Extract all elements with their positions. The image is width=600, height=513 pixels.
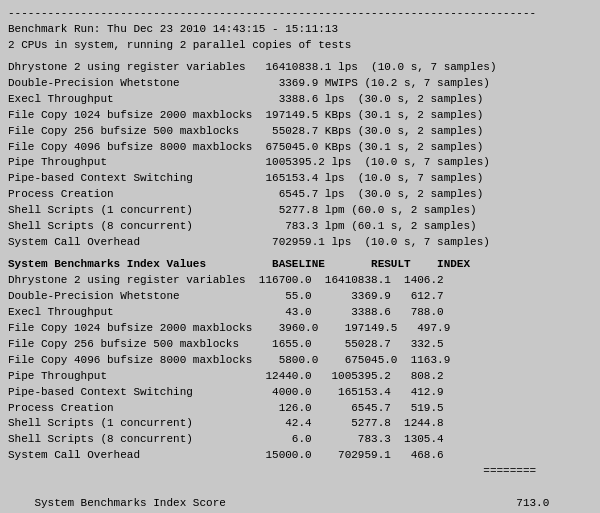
index-result-row: Execl Throughput 43.0 3388.6 788.0 [8, 305, 592, 321]
index-header: System Benchmarks Index Values BASELINE … [8, 257, 592, 273]
test-result-row: Shell Scripts (1 concurrent) 5277.8 lpm … [8, 203, 592, 219]
score-line: System Benchmarks Index Score 713.0 [8, 480, 592, 513]
index-rows: Dhrystone 2 using register variables 116… [8, 273, 592, 464]
index-result-row: Shell Scripts (8 concurrent) 6.0 783.3 1… [8, 432, 592, 448]
index-result-row: File Copy 256 bufsize 500 maxblocks 1655… [8, 337, 592, 353]
test-result-row: File Copy 256 bufsize 500 maxblocks 5502… [8, 124, 592, 140]
test-result-row: Dhrystone 2 using register variables 164… [8, 60, 592, 76]
header-line1: Benchmark Run: Thu Dec 23 2010 14:43:15 … [8, 22, 592, 38]
equals-line: ======== [8, 464, 592, 480]
test-results: Dhrystone 2 using register variables 164… [8, 60, 592, 251]
test-result-row: Pipe Throughput 1005395.2 lps (10.0 s, 7… [8, 155, 592, 171]
test-result-row: File Copy 4096 bufsize 8000 maxblocks 67… [8, 140, 592, 156]
index-result-row: Double-Precision Whetstone 55.0 3369.9 6… [8, 289, 592, 305]
test-result-row: Double-Precision Whetstone 3369.9 MWIPS … [8, 76, 592, 92]
score-value: 713.0 [510, 497, 550, 509]
test-result-row: System Call Overhead 702959.1 lps (10.0 … [8, 235, 592, 251]
index-result-row: Shell Scripts (1 concurrent) 42.4 5277.8… [8, 416, 592, 432]
index-result-row: File Copy 4096 bufsize 8000 maxblocks 58… [8, 353, 592, 369]
index-result-row: Pipe-based Context Switching 4000.0 1651… [8, 385, 592, 401]
test-result-row: Shell Scripts (8 concurrent) 783.3 lpm (… [8, 219, 592, 235]
header-line2: 2 CPUs in system, running 2 parallel cop… [8, 38, 592, 54]
score-label: System Benchmarks Index Score [34, 497, 509, 509]
terminal-window: ----------------------------------------… [0, 0, 600, 513]
test-result-row: File Copy 1024 bufsize 2000 maxblocks 19… [8, 108, 592, 124]
index-result-row: Pipe Throughput 12440.0 1005395.2 808.2 [8, 369, 592, 385]
test-result-row: Execl Throughput 3388.6 lps (30.0 s, 2 s… [8, 92, 592, 108]
test-result-row: Process Creation 6545.7 lps (30.0 s, 2 s… [8, 187, 592, 203]
index-result-row: Dhrystone 2 using register variables 116… [8, 273, 592, 289]
separator-line: ----------------------------------------… [8, 6, 592, 22]
index-result-row: File Copy 1024 bufsize 2000 maxblocks 39… [8, 321, 592, 337]
test-result-row: Pipe-based Context Switching 165153.4 lp… [8, 171, 592, 187]
index-result-row: System Call Overhead 15000.0 702959.1 46… [8, 448, 592, 464]
index-result-row: Process Creation 126.0 6545.7 519.5 [8, 401, 592, 417]
